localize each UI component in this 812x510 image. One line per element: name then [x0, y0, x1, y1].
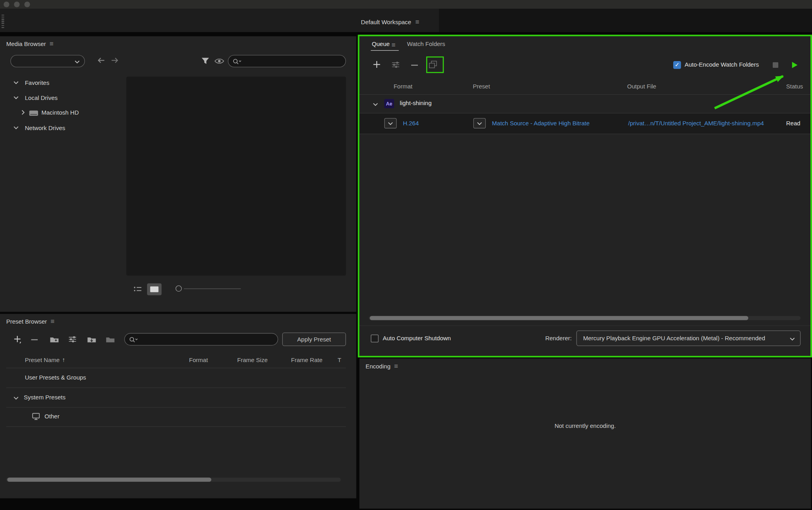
auto-shutdown-label: Auto Computer Shutdown [383, 335, 451, 341]
column-format[interactable]: Format [189, 357, 208, 363]
thumbnail-view-button[interactable] [147, 283, 162, 295]
preset-browser-panel: Preset Browser ≡ Apply Preset Preset Nam… [0, 314, 356, 498]
column-target-rate[interactable]: T [338, 357, 341, 363]
bottom-bar-divider [359, 325, 811, 326]
tab-watch-folders[interactable]: Watch Folders [407, 41, 445, 47]
encoding-title: Encoding [366, 363, 391, 369]
tree-item-network-drives[interactable]: Network Drives [25, 125, 65, 131]
chevron-down-icon[interactable] [13, 396, 19, 400]
chevron-down-icon [388, 121, 393, 125]
media-browser-panel: Media Browser ≡ Favorites Local Drives M… [0, 36, 356, 312]
zoom-slider-thumb[interactable] [176, 286, 182, 292]
create-preset-icon[interactable] [13, 335, 22, 343]
horizontal-scrollbar[interactable] [369, 316, 801, 320]
auto-shutdown-checkbox[interactable] [371, 335, 379, 343]
workspace-tab-strip-empty [439, 9, 812, 32]
preset-link[interactable]: Match Source - Adaptive High Bitrate [492, 120, 590, 127]
encoding-empty-message: Not currently encoding. [359, 423, 811, 429]
stop-queue-icon[interactable] [773, 62, 778, 68]
after-effects-badge-label: Ae [386, 101, 393, 106]
filter-icon[interactable] [201, 58, 209, 64]
workspace-menu-icon[interactable]: ≡ [415, 19, 419, 25]
eye-icon[interactable] [214, 58, 224, 64]
workspace-tab[interactable]: Default Workspace ≡ [361, 19, 419, 25]
chevron-right-icon[interactable] [21, 110, 25, 115]
queue-output-row[interactable]: H.264 Match Source - Adaptive High Bitra… [359, 113, 811, 134]
chevron-down-icon [790, 337, 795, 341]
tab-queue[interactable]: Queue [372, 41, 390, 47]
duplicate-icon[interactable] [429, 61, 437, 69]
encoding-panel: Encoding ≡ Not currently encoding. [359, 359, 811, 509]
create-group-folder-icon[interactable] [50, 336, 59, 343]
column-frame-rate[interactable]: Frame Rate [291, 357, 322, 363]
search-icon [232, 59, 242, 65]
check-icon: ✓ [675, 62, 680, 68]
list-item[interactable]: Other [0, 408, 356, 426]
add-output-settings-icon[interactable] [391, 61, 400, 68]
media-source-select[interactable] [10, 55, 85, 67]
format-dropdown[interactable] [384, 118, 396, 128]
scrollbar-thumb[interactable] [370, 316, 749, 320]
zoom-window-button[interactable] [24, 2, 30, 7]
minimize-window-button[interactable] [14, 2, 19, 7]
hard-drive-icon [29, 110, 38, 117]
output-file-link[interactable]: /privat…n/T/Untitled Project_AME/light-s… [628, 120, 764, 127]
row-divider [359, 134, 811, 134]
chevron-down-icon[interactable] [13, 126, 19, 129]
renderer-label: Renderer: [515, 335, 572, 341]
preset-browser-header: Preset Browser ≡ [6, 318, 55, 325]
list-item[interactable]: User Presets & Groups [0, 368, 356, 387]
chevron-down-icon [75, 60, 80, 64]
preset-dropdown[interactable] [473, 118, 486, 128]
forward-arrow-icon[interactable] [111, 58, 119, 63]
apply-preset-button[interactable]: Apply Preset [282, 333, 346, 346]
remove-source-icon[interactable] [411, 64, 418, 66]
workspace-tab-label: Default Workspace [361, 19, 411, 25]
preset-settings-icon[interactable] [68, 336, 77, 343]
delete-preset-icon[interactable] [31, 339, 38, 341]
column-frame-size[interactable]: Frame Size [237, 357, 268, 363]
zoom-slider-track[interactable] [184, 288, 241, 289]
scrollbar-thumb[interactable] [7, 477, 211, 481]
list-view-icon[interactable] [134, 286, 142, 292]
column-preset-name[interactable]: Preset Name [25, 357, 60, 363]
tree-item-local-drives[interactable]: Local Drives [25, 95, 58, 101]
queue-job-row[interactable]: Ae light-shining [359, 95, 811, 113]
tree-item-macintosh-hd[interactable]: Macintosh HD [41, 109, 79, 116]
encoding-header: Encoding ≡ [366, 362, 398, 369]
auto-encode-checkbox[interactable]: ✓ [673, 61, 681, 69]
format-link[interactable]: H.264 [403, 120, 419, 127]
app-window: Default Workspace ≡ Media Browser ≡ Favo… [0, 0, 812, 510]
back-arrow-icon[interactable] [98, 58, 105, 63]
sort-ascending-icon[interactable]: ↑ [62, 357, 65, 363]
column-format: Format [394, 83, 413, 90]
media-search-input[interactable] [228, 55, 346, 67]
export-preset-icon[interactable] [105, 336, 115, 343]
thumbnail-view-icon [150, 286, 159, 292]
media-content-area [126, 77, 346, 276]
panel-menu-icon[interactable]: ≡ [50, 40, 54, 47]
renderer-value: Mercury Playback Engine GPU Acceleration… [583, 335, 765, 341]
horizontal-scrollbar[interactable] [6, 477, 341, 481]
tree-item-favorites[interactable]: Favorites [25, 80, 50, 86]
add-source-icon[interactable] [373, 61, 381, 69]
preset-search-input[interactable] [124, 333, 278, 345]
chevron-down-icon[interactable] [13, 81, 19, 84]
renderer-select[interactable]: Mercury Playback Engine GPU Acceleration… [576, 330, 801, 346]
list-item[interactable]: System Presets [0, 388, 356, 407]
panel-menu-icon[interactable]: ≡ [50, 318, 54, 325]
auto-encode-label: Auto-Encode Watch Folders [685, 61, 759, 68]
media-browser-title: Media Browser [6, 41, 46, 47]
column-output-file: Output File [627, 83, 656, 90]
preset-item-label: Other [44, 413, 59, 420]
chevron-down-icon[interactable] [13, 96, 19, 100]
import-preset-icon[interactable] [87, 336, 96, 343]
after-effects-badge: Ae [384, 99, 394, 108]
chevron-down-icon[interactable] [373, 103, 378, 106]
search-icon [129, 337, 138, 343]
panel-grip-icon[interactable] [2, 15, 4, 28]
start-queue-icon[interactable] [790, 61, 799, 69]
panel-menu-icon[interactable]: ≡ [391, 41, 395, 48]
panel-menu-icon[interactable]: ≡ [394, 362, 398, 369]
close-window-button[interactable] [4, 2, 9, 7]
